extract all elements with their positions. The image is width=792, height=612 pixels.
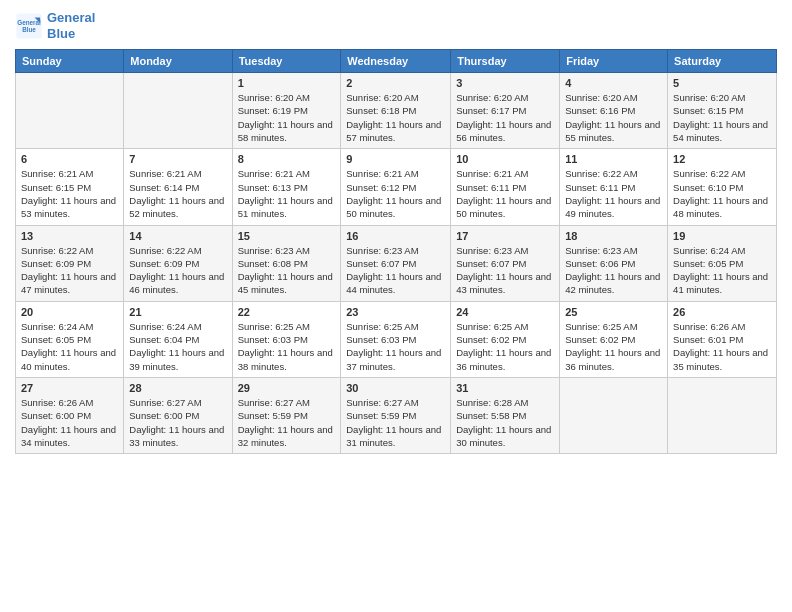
day-number: 3 [456,77,554,89]
cell-content: Sunrise: 6:23 AMSunset: 6:07 PMDaylight:… [346,244,445,297]
day-number: 21 [129,306,226,318]
weekday-header-tuesday: Tuesday [232,50,341,73]
cell-content: Sunrise: 6:20 AMSunset: 6:16 PMDaylight:… [565,91,662,144]
cell-content: Sunrise: 6:21 AMSunset: 6:12 PMDaylight:… [346,167,445,220]
cell-content: Sunrise: 6:22 AMSunset: 6:11 PMDaylight:… [565,167,662,220]
day-number: 12 [673,153,771,165]
calendar-cell: 1Sunrise: 6:20 AMSunset: 6:19 PMDaylight… [232,73,341,149]
day-number: 11 [565,153,662,165]
calendar-cell: 14Sunrise: 6:22 AMSunset: 6:09 PMDayligh… [124,225,232,301]
day-number: 19 [673,230,771,242]
logo: General Blue General Blue [15,10,95,41]
day-number: 13 [21,230,118,242]
calendar-week-row: 6Sunrise: 6:21 AMSunset: 6:15 PMDaylight… [16,149,777,225]
day-number: 24 [456,306,554,318]
calendar-table: SundayMondayTuesdayWednesdayThursdayFrid… [15,49,777,454]
cell-content: Sunrise: 6:21 AMSunset: 6:14 PMDaylight:… [129,167,226,220]
day-number: 6 [21,153,118,165]
calendar-cell [668,377,777,453]
calendar-cell: 26Sunrise: 6:26 AMSunset: 6:01 PMDayligh… [668,301,777,377]
calendar-week-row: 27Sunrise: 6:26 AMSunset: 6:00 PMDayligh… [16,377,777,453]
calendar-cell: 16Sunrise: 6:23 AMSunset: 6:07 PMDayligh… [341,225,451,301]
cell-content: Sunrise: 6:21 AMSunset: 6:13 PMDaylight:… [238,167,336,220]
calendar-cell: 13Sunrise: 6:22 AMSunset: 6:09 PMDayligh… [16,225,124,301]
cell-content: Sunrise: 6:24 AMSunset: 6:04 PMDaylight:… [129,320,226,373]
cell-content: Sunrise: 6:25 AMSunset: 6:02 PMDaylight:… [456,320,554,373]
day-number: 31 [456,382,554,394]
day-number: 14 [129,230,226,242]
day-number: 4 [565,77,662,89]
cell-content: Sunrise: 6:22 AMSunset: 6:10 PMDaylight:… [673,167,771,220]
calendar-cell: 11Sunrise: 6:22 AMSunset: 6:11 PMDayligh… [560,149,668,225]
day-number: 7 [129,153,226,165]
calendar-cell: 8Sunrise: 6:21 AMSunset: 6:13 PMDaylight… [232,149,341,225]
calendar-cell: 3Sunrise: 6:20 AMSunset: 6:17 PMDaylight… [451,73,560,149]
day-number: 1 [238,77,336,89]
weekday-header-monday: Monday [124,50,232,73]
day-number: 27 [21,382,118,394]
weekday-header-sunday: Sunday [16,50,124,73]
calendar-cell: 10Sunrise: 6:21 AMSunset: 6:11 PMDayligh… [451,149,560,225]
day-number: 22 [238,306,336,318]
calendar-cell: 12Sunrise: 6:22 AMSunset: 6:10 PMDayligh… [668,149,777,225]
day-number: 9 [346,153,445,165]
day-number: 26 [673,306,771,318]
calendar-cell: 28Sunrise: 6:27 AMSunset: 6:00 PMDayligh… [124,377,232,453]
cell-content: Sunrise: 6:28 AMSunset: 5:58 PMDaylight:… [456,396,554,449]
cell-content: Sunrise: 6:25 AMSunset: 6:03 PMDaylight:… [346,320,445,373]
day-number: 5 [673,77,771,89]
cell-content: Sunrise: 6:20 AMSunset: 6:19 PMDaylight:… [238,91,336,144]
calendar-cell: 4Sunrise: 6:20 AMSunset: 6:16 PMDaylight… [560,73,668,149]
calendar-cell: 15Sunrise: 6:23 AMSunset: 6:08 PMDayligh… [232,225,341,301]
calendar-cell: 25Sunrise: 6:25 AMSunset: 6:02 PMDayligh… [560,301,668,377]
calendar-cell: 21Sunrise: 6:24 AMSunset: 6:04 PMDayligh… [124,301,232,377]
day-number: 16 [346,230,445,242]
cell-content: Sunrise: 6:25 AMSunset: 6:03 PMDaylight:… [238,320,336,373]
calendar-page: General Blue General Blue SundayMondayTu… [0,0,792,612]
day-number: 18 [565,230,662,242]
day-number: 28 [129,382,226,394]
day-number: 30 [346,382,445,394]
calendar-cell: 9Sunrise: 6:21 AMSunset: 6:12 PMDaylight… [341,149,451,225]
cell-content: Sunrise: 6:22 AMSunset: 6:09 PMDaylight:… [21,244,118,297]
calendar-cell [16,73,124,149]
calendar-week-row: 1Sunrise: 6:20 AMSunset: 6:19 PMDaylight… [16,73,777,149]
cell-content: Sunrise: 6:21 AMSunset: 6:15 PMDaylight:… [21,167,118,220]
logo-text: General Blue [47,10,95,41]
weekday-header-thursday: Thursday [451,50,560,73]
cell-content: Sunrise: 6:27 AMSunset: 5:59 PMDaylight:… [346,396,445,449]
day-number: 15 [238,230,336,242]
calendar-cell: 22Sunrise: 6:25 AMSunset: 6:03 PMDayligh… [232,301,341,377]
svg-text:Blue: Blue [22,25,36,32]
cell-content: Sunrise: 6:23 AMSunset: 6:08 PMDaylight:… [238,244,336,297]
calendar-cell: 30Sunrise: 6:27 AMSunset: 5:59 PMDayligh… [341,377,451,453]
day-number: 10 [456,153,554,165]
logo-icon: General Blue [15,12,43,40]
weekday-header-wednesday: Wednesday [341,50,451,73]
cell-content: Sunrise: 6:24 AMSunset: 6:05 PMDaylight:… [673,244,771,297]
cell-content: Sunrise: 6:27 AMSunset: 5:59 PMDaylight:… [238,396,336,449]
weekday-header-row: SundayMondayTuesdayWednesdayThursdayFrid… [16,50,777,73]
calendar-cell: 29Sunrise: 6:27 AMSunset: 5:59 PMDayligh… [232,377,341,453]
cell-content: Sunrise: 6:20 AMSunset: 6:18 PMDaylight:… [346,91,445,144]
calendar-cell: 27Sunrise: 6:26 AMSunset: 6:00 PMDayligh… [16,377,124,453]
weekday-header-friday: Friday [560,50,668,73]
calendar-cell: 23Sunrise: 6:25 AMSunset: 6:03 PMDayligh… [341,301,451,377]
cell-content: Sunrise: 6:26 AMSunset: 6:00 PMDaylight:… [21,396,118,449]
cell-content: Sunrise: 6:21 AMSunset: 6:11 PMDaylight:… [456,167,554,220]
weekday-header-saturday: Saturday [668,50,777,73]
day-number: 25 [565,306,662,318]
cell-content: Sunrise: 6:26 AMSunset: 6:01 PMDaylight:… [673,320,771,373]
day-number: 17 [456,230,554,242]
calendar-cell: 31Sunrise: 6:28 AMSunset: 5:58 PMDayligh… [451,377,560,453]
cell-content: Sunrise: 6:25 AMSunset: 6:02 PMDaylight:… [565,320,662,373]
day-number: 2 [346,77,445,89]
calendar-cell: 18Sunrise: 6:23 AMSunset: 6:06 PMDayligh… [560,225,668,301]
cell-content: Sunrise: 6:23 AMSunset: 6:06 PMDaylight:… [565,244,662,297]
cell-content: Sunrise: 6:23 AMSunset: 6:07 PMDaylight:… [456,244,554,297]
day-number: 20 [21,306,118,318]
day-number: 8 [238,153,336,165]
day-number: 29 [238,382,336,394]
calendar-cell [560,377,668,453]
calendar-cell: 2Sunrise: 6:20 AMSunset: 6:18 PMDaylight… [341,73,451,149]
